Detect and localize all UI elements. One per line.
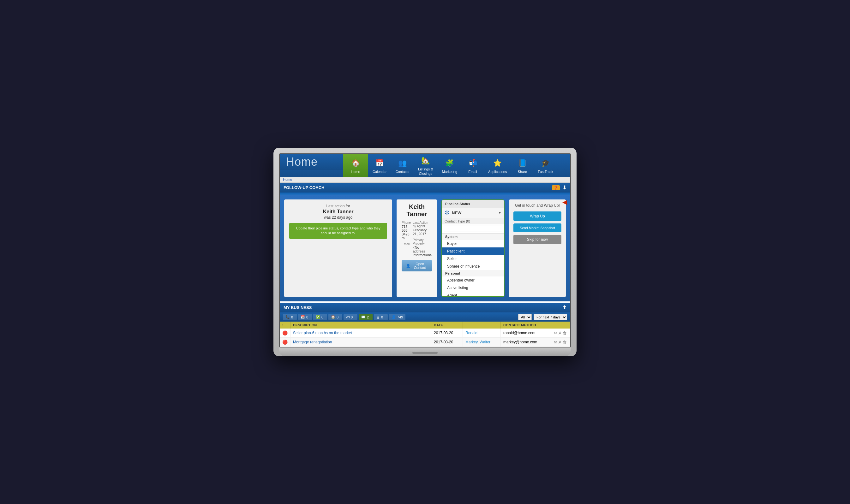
email-toolbar-icon: ✉️ — [361, 315, 366, 319]
calls-count: 0 — [291, 315, 293, 319]
row2-description: Mortgage renegotiation — [290, 338, 431, 347]
nav-email[interactable]: 📬 Email — [462, 154, 484, 177]
upload-icon[interactable]: ⬆ — [562, 305, 566, 310]
row1-email-icon[interactable]: ✉ — [554, 331, 557, 336]
contact-name-heading: Keith Tanner — [402, 203, 432, 218]
breadcrumb: Home — [280, 177, 570, 183]
toolbar-email[interactable]: ✉️ 2 — [359, 314, 373, 320]
priority-icon-1: 🔴 — [282, 330, 288, 336]
download-icon[interactable]: ⬇ — [562, 185, 566, 191]
filter-days-select[interactable]: For next 7 days — [534, 314, 567, 320]
dropdown-item-seller[interactable]: Seller — [442, 255, 504, 263]
nav-home-label: Home — [351, 170, 360, 174]
toolbar-calls[interactable]: 📞 0 — [283, 314, 297, 320]
row2-delete-icon[interactable]: 🗑 — [563, 340, 567, 345]
dropdown-item-absentee[interactable]: Absentee owner — [442, 276, 504, 284]
person-icon: 👤 — [406, 264, 410, 268]
nav-contacts-label: Contacts — [396, 170, 409, 174]
filter-type-select[interactable]: All — [518, 314, 532, 320]
phone-toolbar-icon: 📞 — [285, 315, 290, 319]
breadcrumb-home[interactable]: Home — [283, 178, 292, 181]
pipeline-dropdown-arrow: ▼ — [498, 211, 501, 215]
col-description: DESCRIPTION — [290, 322, 431, 328]
marketing-icon: 🧩 — [444, 158, 455, 169]
col-agent — [463, 322, 501, 328]
nav-applications[interactable]: ⭐ Applications — [484, 154, 511, 177]
priority-icon-2: 🔴 — [282, 340, 288, 345]
pipeline-status-row[interactable]: ✲ NEW ▼ — [442, 208, 504, 218]
contact-type-input[interactable] — [444, 226, 502, 232]
nav-listings-label: Listings &Closings — [418, 167, 433, 176]
col-contact-method: CONTACT METHOD — [501, 322, 551, 328]
row2-email-icon[interactable]: ✉ — [554, 340, 557, 345]
wrap-up-button[interactable]: Wrap Up — [513, 212, 562, 221]
filter-controls: All For next 7 days — [518, 314, 567, 320]
row1-delete-icon[interactable]: 🗑 — [563, 331, 567, 336]
row2-task-link[interactable]: Mortgage renegotiation — [293, 340, 332, 344]
followup-section-header: FOLLOW-UP COACH ❓ ⬇ — [280, 183, 570, 193]
nav-home[interactable]: 🏠 Home — [343, 154, 368, 177]
dropdown-item-sphere[interactable]: Sphere of influence — [442, 263, 504, 270]
row2-cancel-icon[interactable]: ✗ — [558, 340, 562, 345]
table-row: 🔴 Mortgage renegotiation 2017-03-20 Mark… — [280, 338, 570, 347]
nav-share[interactable]: 📘 Share — [511, 154, 533, 177]
pipeline-header: Pipeline Status — [442, 200, 504, 208]
row2-agent-link[interactable]: Markey, Walter — [465, 340, 490, 344]
system-group-label: System — [442, 234, 504, 240]
tasks-table: ! DESCRIPTION DATE CONTACT METHOD 🔴 Sell… — [280, 322, 570, 347]
open-contact-button[interactable]: 👤 Open Contact — [402, 260, 432, 271]
nav-marketing[interactable]: 🧩 Marketing — [438, 154, 462, 177]
nav-share-label: Share — [518, 170, 527, 174]
business-toolbar: 📞 0 📅 0 ✅ 0 🏠 0 🏷 0 — [280, 312, 570, 322]
email-count: 2 — [367, 315, 369, 319]
toolbar-tasks[interactable]: ✅ 0 — [313, 314, 327, 320]
row1-cancel-icon[interactable]: ✗ — [558, 331, 562, 336]
dropdown-item-agent[interactable]: Agent — [442, 292, 504, 296]
row1-agent-link[interactable]: Ronald — [465, 331, 477, 335]
toolbar-contacts[interactable]: 👤 749 — [389, 314, 405, 320]
print-toolbar-icon: 🖨 — [376, 315, 380, 319]
row2-date: 2017-03-20 — [431, 338, 463, 347]
primary-property-label: Primary Property — [413, 238, 432, 245]
row1-task-link[interactable]: Seller plan-6 months on the market — [293, 331, 352, 335]
last-action-agent-label: Last Action by Agent — [413, 221, 432, 228]
phone-value: 716-555-8423 m — [402, 225, 411, 240]
skip-button[interactable]: Skip for now — [513, 235, 562, 244]
last-action-label: Last action for — [326, 204, 350, 208]
check-toolbar-icon: ✅ — [316, 315, 320, 319]
followup-content: Last action for Keith Tanner was 22 days… — [280, 195, 570, 301]
update-note: Update their pipeline status, contact ty… — [289, 223, 387, 239]
toolbar-sold[interactable]: 🏷 0 — [343, 314, 357, 320]
dropdown-item-past-client[interactable]: Past client — [442, 248, 504, 255]
phone-label: Phone — [402, 221, 411, 224]
calendar-toolbar-icon: 📅 — [301, 315, 305, 319]
my-business-header: MY BUSINESS ⬆ — [280, 303, 570, 312]
row1-actions: ✉ ✗ 🗑 — [551, 328, 570, 338]
toolbar-homes[interactable]: 🏠 0 — [329, 314, 342, 320]
toolbar-appointments[interactable]: 📅 0 — [298, 314, 312, 320]
toolbar-print[interactable]: 🖨 0 — [374, 314, 388, 320]
col-priority: ! — [280, 322, 290, 328]
row1-description: Seller plan-6 months on the market — [290, 328, 431, 338]
appointments-count: 0 — [306, 315, 308, 319]
nav-listings[interactable]: 🏡 Listings &Closings — [414, 154, 438, 177]
email-icon: 📬 — [467, 158, 478, 169]
personal-group-label: Personal — [442, 270, 504, 276]
dropdown-item-buyer[interactable]: Buyer — [442, 240, 504, 248]
home-icon: 🏠 — [350, 158, 361, 169]
nav-calendar[interactable]: 📅 Calendar — [368, 154, 391, 177]
my-business-section: MY BUSINESS ⬆ 📞 0 📅 0 ✅ 0 🏠 — [280, 303, 570, 347]
home-title: Home — [286, 155, 318, 168]
open-contact-label: Open Contact — [412, 262, 427, 270]
send-market-snapshot-button[interactable]: Send Market Snapshot — [513, 223, 562, 232]
row1-date: 2017-03-20 — [431, 328, 463, 338]
contacts-count: 749 — [397, 315, 403, 319]
action-buttons-card: ◀ Get in touch and Wrap Up! Wrap Up Send… — [509, 199, 566, 297]
listings-icon: 🏡 — [420, 155, 431, 166]
contact-detail-card: Keith Tanner Phone 716-555-8423 m Email … — [396, 199, 437, 297]
dropdown-item-active-listing[interactable]: Active listing — [442, 284, 504, 292]
contact-name-summary: Keith Tanner — [323, 209, 354, 215]
nav-fasttrack[interactable]: 🎓 FastTrack — [533, 154, 557, 177]
nav-contacts[interactable]: 👥 Contacts — [391, 154, 414, 177]
print-count: 0 — [381, 315, 383, 319]
